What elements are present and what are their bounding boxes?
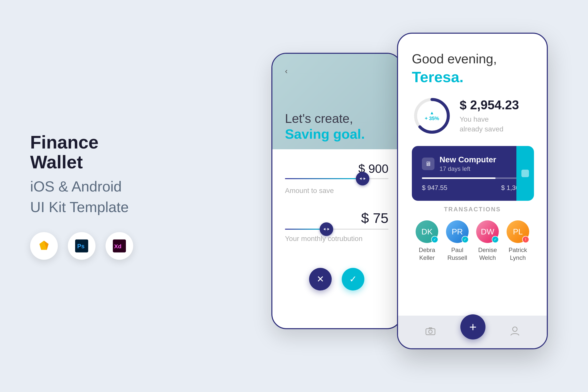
svg-text:Xd: Xd [114,243,121,250]
monthly-value: $ 75 [361,210,388,226]
person-name-patrick: PatrickLynch [509,246,527,262]
goal-card-header: 🖥 New Computer 17 days left [422,155,523,172]
sketch-icon [30,232,58,260]
subtitle-line2: UI Kit Template [30,199,129,215]
avatar-paul: PR ✓ [446,220,469,243]
transaction-person-paul[interactable]: PR ✓ PaulRussell [446,220,469,262]
greeting-name: Teresa. [412,68,533,86]
slider-1-thumb[interactable] [356,172,369,185]
donut-percent: + 35% [425,116,439,121]
add-button[interactable]: + [460,314,485,339]
greeting-text: Good evening, [412,51,533,66]
person-name-paul: PaulRussell [447,246,467,262]
avatar-debra: DK ✓ [416,220,438,243]
bottom-nav: + [398,316,547,348]
monthly-label: Your monthly cotrubution [285,235,388,243]
tool-icons: Ps Xd [30,232,151,260]
app-title: Finance Wallet [30,132,151,172]
goal-amounts: $ 947.55 $ 1,300 [422,184,523,192]
transaction-person-patrick[interactable]: PL ! PatrickLynch [507,220,529,262]
phone-front: Good evening, Teresa. ▲ + 35% [397,33,548,349]
subtitle-line1: iOS & Android [30,178,122,194]
confirm-button[interactable]: ✓ [342,268,364,290]
photoshop-icon: Ps [68,232,95,260]
avatar-badge-debra: ✓ [431,236,438,243]
dashboard-row: ▲ + 35% $ 2,954.23 You have already save… [412,96,533,136]
left-section: Finance Wallet iOS & Android UI Kit Temp… [30,132,151,260]
xd-icon: Xd [106,232,133,260]
phone-front-content: Good evening, Teresa. ▲ + 35% [398,34,547,348]
peek-icon [521,170,529,177]
slider-1-container[interactable] [285,178,388,179]
person-name-debra: DebraKeller [419,246,435,262]
phone-back-content: $ 900 Amount to save $ 75 [272,149,401,303]
svg-text:Ps: Ps [77,243,84,250]
profile-nav-icon[interactable] [510,326,519,338]
goal-info: New Computer 17 days left [439,155,496,172]
transactions-section: TRANSACTIONS DK ✓ DebraKeller PR [412,206,533,262]
svg-point-11 [513,327,517,331]
phone-back: ‹ Let's create, Saving goal. $ 900 Amoun [271,53,402,329]
donut-center: ▲ + 35% [425,110,439,121]
goal-days: 17 days left [439,165,496,172]
avatar-denise: DW ✓ [476,220,499,243]
avatar-badge-denise: ✓ [492,236,499,243]
phones-container: ‹ Let's create, Saving goal. $ 900 Amoun [271,33,548,359]
savings-info: $ 2,954.23 You have already saved [460,98,533,134]
goal-name: New Computer [439,155,496,164]
slider-2-track [285,229,388,230]
transactions-title: TRANSACTIONS [412,206,533,213]
page-wrapper: Finance Wallet iOS & Android UI Kit Temp… [0,0,588,392]
saving-goal-title: Let's create, [285,111,388,126]
camera-nav-icon[interactable] [425,327,435,337]
avatar-badge-paul: ✓ [462,236,469,243]
slider-2-thumb[interactable] [320,222,333,236]
savings-label: You have already saved [460,114,533,134]
slider-1-fill [285,178,363,179]
amount-row: $ 900 [285,162,388,176]
phone-back-top: ‹ Let's create, Saving goal. [272,54,401,149]
avatar-badge-patrick: ! [522,236,529,243]
slider-1-track [285,178,388,179]
donut-chart: ▲ + 35% [412,96,452,136]
slider-2-container[interactable] [285,229,388,230]
cancel-button[interactable]: ✕ [309,268,332,290]
goal-progress-fill [422,177,496,179]
amount-label: Amount to save [285,187,388,195]
svg-rect-10 [429,327,432,329]
transaction-person-denise[interactable]: DW ✓ DeniseWelch [476,220,499,262]
goal-current: $ 947.55 [422,184,447,192]
svg-point-9 [429,330,432,333]
goal-icon: 🖥 [422,158,434,170]
goal-progress-bar [422,177,523,179]
goal-card[interactable]: 🖥 New Computer 17 days left $ 947.55 $ 1… [412,146,533,201]
savings-amount: $ 2,954.23 [460,98,533,112]
goal-card-wrapper: 🖥 New Computer 17 days left $ 947.55 $ 1… [412,146,533,201]
goal-card-peek [516,146,534,201]
monthly-amount: $ 75 [285,210,388,226]
back-arrow-icon[interactable]: ‹ [285,66,288,76]
transaction-avatars: DK ✓ DebraKeller PR ✓ PaulRussell [412,220,533,262]
saving-goal-bold: Saving goal. [285,126,388,142]
person-name-denise: DeniseWelch [478,246,497,262]
transaction-person-debra[interactable]: DK ✓ DebraKeller [416,220,438,262]
app-subtitle: iOS & Android UI Kit Template [30,176,151,217]
avatar-patrick: PL ! [507,220,529,243]
phone-back-buttons: ✕ ✓ [285,263,388,290]
